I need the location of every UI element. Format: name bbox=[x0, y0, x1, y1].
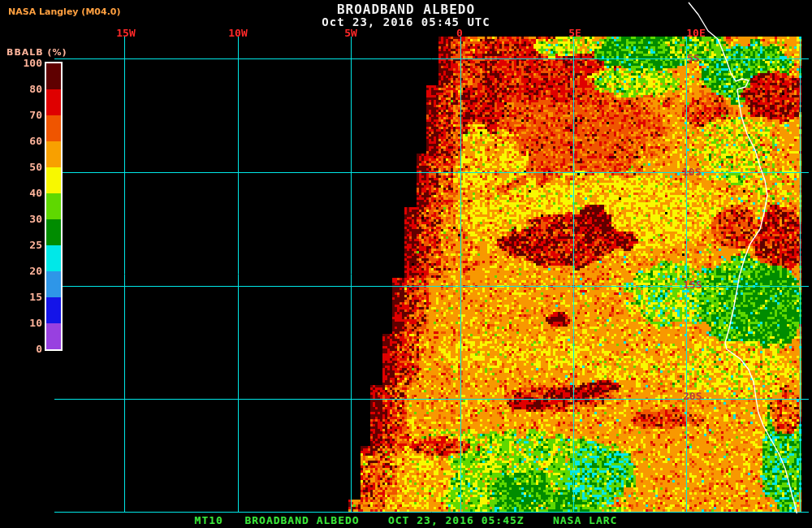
colorbar-tick-label: 50 bbox=[8, 162, 42, 173]
longitude-label: 5E bbox=[568, 28, 581, 38]
colorbar-tick-label: 20 bbox=[8, 266, 42, 277]
colorbar-segment bbox=[46, 89, 61, 115]
albedo-viewer: BROADBAND ALBEDO Oct 23, 2016 05:45 UTC … bbox=[0, 0, 812, 528]
colorbar-tick-label: 70 bbox=[8, 110, 42, 121]
colorbar-segment bbox=[46, 63, 61, 89]
latitude-label: 20S bbox=[683, 391, 702, 401]
colorbar-segment bbox=[46, 245, 61, 271]
colorbar-tick-label: 80 bbox=[8, 84, 42, 95]
colorbar-segment bbox=[46, 271, 61, 297]
colorbar-tick-label: 60 bbox=[8, 136, 42, 147]
colorbar-segment bbox=[46, 323, 61, 349]
colorbar-segment bbox=[46, 115, 61, 141]
colorbar-tick-label: 30 bbox=[8, 214, 42, 225]
longitude-label: 0 bbox=[456, 28, 463, 38]
colorbar-segment bbox=[46, 219, 61, 245]
colorbar bbox=[45, 62, 63, 351]
colorbar-tick-label: 15 bbox=[8, 292, 42, 303]
colorbar-segment bbox=[46, 141, 61, 167]
colorbar-tick-label: 10 bbox=[8, 318, 42, 329]
longitude-label: 5W bbox=[344, 28, 357, 38]
colorbar-tick-label: 0 bbox=[8, 344, 42, 355]
nasa-credit-label: NASA Langley (M04.0) bbox=[8, 6, 121, 17]
colorbar-segment bbox=[46, 167, 61, 193]
longitude-label: 10W bbox=[228, 28, 247, 38]
colorbar-segment bbox=[46, 193, 61, 219]
albedo-map-canvas bbox=[0, 0, 812, 528]
footer-status-bar: MT10 BROADBAND ALBEDO OCT 23, 2016 05:45… bbox=[0, 513, 812, 528]
longitude-label: 15W bbox=[116, 28, 135, 38]
latitude-label: 5S bbox=[687, 53, 700, 63]
latitude-label: 15S bbox=[683, 279, 702, 290]
footer-text: MT10 BROADBAND ALBEDO OCT 23, 2016 05:45… bbox=[0, 513, 812, 527]
longitude-label: 10E bbox=[686, 28, 705, 38]
latitude-label: 10S bbox=[682, 167, 701, 177]
colorbar-segment bbox=[46, 297, 61, 323]
colorbar-tick-label: 100 bbox=[8, 58, 42, 69]
colorbar-tick-label: 25 bbox=[8, 240, 42, 251]
colorbar-tick-label: 40 bbox=[8, 188, 42, 199]
